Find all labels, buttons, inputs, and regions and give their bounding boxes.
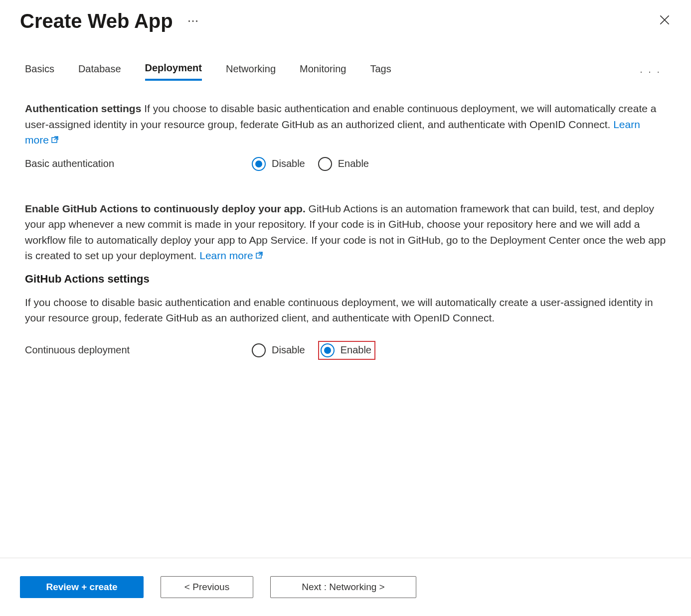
review-create-button[interactable]: Review + create [20, 576, 144, 598]
basic-auth-enable-label: Enable [338, 158, 369, 169]
basic-auth-disable-option[interactable]: Disable [252, 157, 305, 171]
tabs-more-icon[interactable]: · · · [640, 66, 666, 77]
github-learn-more-link[interactable]: Learn more [199, 250, 263, 261]
content-area: Basics Database Deployment Networking Mo… [0, 37, 691, 360]
basic-auth-radio-group: Disable Enable [252, 157, 369, 171]
auth-settings-text: Authentication settings If you choose to… [25, 101, 666, 148]
tab-networking[interactable]: Networking [226, 63, 276, 80]
title-more-icon[interactable]: ··· [188, 15, 199, 27]
radio-icon [321, 343, 335, 357]
continuous-deployment-disable-option[interactable]: Disable [252, 343, 305, 357]
enable-highlight-box: Enable [318, 341, 375, 360]
github-actions-text: Enable GitHub Actions to continuously de… [25, 201, 666, 264]
continuous-deployment-radio-group: Disable Enable [252, 341, 375, 360]
continuous-deployment-field: Continuous deployment Disable Enable [25, 341, 666, 360]
close-icon[interactable] [658, 13, 671, 29]
svg-line-3 [54, 137, 58, 140]
tab-monitoring[interactable]: Monitoring [300, 63, 346, 80]
basic-auth-enable-option[interactable]: Enable [318, 157, 369, 171]
next-button[interactable]: Next : Networking > [270, 576, 416, 598]
github-heading: Enable GitHub Actions to continuously de… [25, 203, 306, 214]
tab-database[interactable]: Database [78, 63, 121, 80]
basic-auth-disable-label: Disable [272, 158, 305, 169]
github-learn-more-text: Learn more [199, 250, 253, 261]
auth-heading: Authentication settings [25, 103, 141, 114]
github-settings-description: If you choose to disable basic authentic… [25, 295, 666, 326]
radio-icon [318, 157, 332, 171]
radio-icon [252, 343, 266, 357]
tab-deployment[interactable]: Deployment [145, 62, 202, 81]
continuous-deployment-label: Continuous deployment [25, 344, 252, 356]
tabs: Basics Database Deployment Networking Mo… [25, 62, 666, 81]
previous-button[interactable]: < Previous [161, 576, 253, 598]
page-title: Create Web App ··· [20, 10, 199, 32]
continuous-deployment-disable-label: Disable [272, 344, 305, 356]
tab-tags[interactable]: Tags [370, 63, 391, 80]
external-link-icon [51, 132, 59, 148]
svg-line-5 [259, 252, 262, 256]
external-link-icon [255, 248, 263, 264]
github-settings-heading: GitHub Actions settings [25, 273, 666, 286]
basic-auth-field: Basic authentication Disable Enable [25, 157, 666, 171]
basic-auth-label: Basic authentication [25, 158, 252, 169]
continuous-deployment-enable-label: Enable [341, 344, 371, 356]
tab-basics[interactable]: Basics [25, 63, 54, 80]
continuous-deployment-enable-option[interactable]: Enable [321, 343, 371, 357]
footer: Review + create < Previous Next : Networ… [0, 558, 691, 616]
radio-icon [252, 157, 266, 171]
header: Create Web App ··· [0, 0, 691, 37]
page-title-text: Create Web App [20, 10, 173, 32]
